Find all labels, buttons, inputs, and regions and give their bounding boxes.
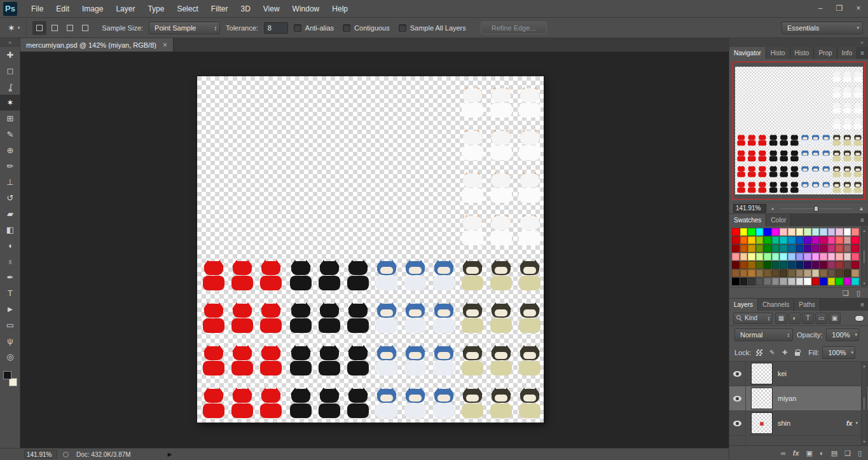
swatches-tab-swatches[interactable]: Swatches [729, 214, 766, 226]
color-swatch[interactable] [732, 245, 740, 252]
color-swatch[interactable] [851, 228, 859, 236]
color-swatch[interactable] [780, 228, 787, 236]
color-swatch[interactable] [780, 269, 787, 277]
layer-row-effects[interactable]: Effects [729, 436, 868, 445]
dodge-tool[interactable]: ♁ [0, 254, 20, 269]
color-swatch[interactable] [764, 261, 771, 269]
color-swatch[interactable] [748, 228, 755, 236]
gradient-tool[interactable]: ◧ [0, 222, 20, 238]
navigator-tab-info[interactable]: Info [837, 47, 858, 59]
color-swatch[interactable] [788, 261, 796, 269]
color-swatch[interactable] [748, 253, 755, 260]
sample-size-select[interactable]: Point Sample ▴▾ [149, 22, 220, 34]
slider-thumb[interactable] [814, 206, 818, 212]
foreground-color-swatch[interactable] [3, 371, 11, 379]
navigator-thumbnail[interactable] [735, 67, 863, 194]
color-swatch[interactable] [732, 236, 740, 244]
color-swatch[interactable] [844, 236, 851, 244]
pen-tool[interactable]: ✒ [0, 269, 20, 285]
path-selection-tool[interactable]: ► [0, 301, 20, 317]
zoom-out-icon[interactable]: ▲ [771, 206, 775, 210]
adjustment-layer-icon[interactable]: ◐ [820, 449, 824, 457]
color-swatch[interactable] [836, 245, 843, 252]
color-swatch[interactable] [812, 278, 820, 285]
color-swatch[interactable] [788, 253, 796, 260]
color-swatch[interactable] [764, 278, 771, 285]
color-swatch[interactable] [740, 236, 748, 244]
color-swatch[interactable] [812, 245, 820, 252]
color-swatch[interactable] [804, 245, 811, 252]
color-swatch[interactable] [851, 261, 859, 269]
link-layers-icon[interactable]: ∞ [781, 449, 786, 457]
scroll-up-icon[interactable]: ▴ [863, 363, 865, 368]
rectangular-marquee-tool[interactable]: ◻ [0, 63, 20, 79]
refine-edge-button[interactable]: Refine Edge... [481, 22, 547, 34]
color-swatch[interactable] [780, 245, 787, 252]
rectangle-tool[interactable]: ▭ [0, 317, 20, 333]
menu-select[interactable]: Select [170, 0, 204, 18]
color-swatch[interactable] [756, 261, 764, 269]
tolerance-input[interactable] [264, 22, 288, 34]
color-swatch[interactable] [828, 269, 836, 277]
close-button[interactable]: × [849, 0, 868, 18]
color-swatch[interactable] [788, 269, 796, 277]
navigator-tab-prop[interactable]: Prop [814, 47, 837, 59]
color-swatch[interactable] [796, 278, 804, 285]
swatches-panel-menu-icon[interactable]: ≡ [860, 214, 868, 226]
document-tab[interactable]: mercumiyan.psd @ 142% (miyan, RGB/8) × [20, 38, 174, 51]
hand-tool[interactable]: ψ [0, 333, 20, 349]
color-swatch[interactable] [804, 253, 811, 260]
workspace-select[interactable]: Essentials ▾ [782, 22, 863, 34]
navigator-tab-histo[interactable]: Histo [766, 47, 790, 59]
color-swatch[interactable] [836, 236, 843, 244]
scroll-down-icon[interactable]: ▾ [863, 281, 865, 285]
color-swatch[interactable] [780, 278, 787, 285]
color-swatch[interactable] [836, 278, 843, 285]
menu-type[interactable]: Type [141, 0, 170, 18]
color-swatch[interactable] [820, 278, 827, 285]
subtract-from-selection-button[interactable] [63, 21, 77, 35]
color-swatch[interactable] [812, 236, 820, 244]
menu-image[interactable]: Image [76, 0, 109, 18]
color-swatch[interactable] [844, 245, 851, 252]
lock-transparent-pixels-button[interactable] [754, 348, 764, 358]
navigator-zoom-input[interactable] [733, 204, 766, 213]
color-swatch[interactable] [796, 245, 804, 252]
color-swatch[interactable] [788, 228, 796, 236]
color-swatch[interactable] [804, 228, 811, 236]
layers-panel-menu-icon[interactable]: ≡ [860, 299, 868, 311]
layer-row-miyan[interactable]: miyan [729, 386, 868, 411]
layer-row-kei[interactable]: kei [729, 362, 868, 386]
move-tool[interactable]: ✚ [0, 47, 20, 63]
color-swatch[interactable] [851, 278, 859, 285]
color-swatch[interactable] [828, 228, 836, 236]
color-swatch[interactable] [764, 245, 771, 252]
layers-tab-channels[interactable]: Channels [758, 299, 794, 311]
color-swatch[interactable] [836, 253, 843, 260]
delete-swatch-icon[interactable]: ▯ [857, 289, 860, 297]
color-swatch[interactable] [748, 236, 755, 244]
color-swatch[interactable] [740, 278, 748, 285]
color-swatch[interactable] [796, 228, 804, 236]
color-swatch[interactable] [740, 261, 748, 269]
color-swatch[interactable] [780, 253, 787, 260]
color-swatch[interactable] [820, 253, 827, 260]
color-swatch[interactable] [764, 253, 771, 260]
color-swatch[interactable] [756, 269, 764, 277]
canvas[interactable] [197, 76, 544, 423]
color-swatch[interactable] [740, 245, 748, 252]
adjustment-layer-filter-icon[interactable]: ◐ [789, 313, 801, 324]
color-swatch[interactable] [836, 228, 843, 236]
status-zoom-input[interactable] [24, 450, 57, 459]
layer-thumbnail[interactable] [751, 388, 773, 409]
color-swatch[interactable] [796, 261, 804, 269]
type-tool[interactable]: T [0, 285, 20, 301]
color-swatch[interactable] [772, 261, 780, 269]
color-swatch[interactable] [756, 253, 764, 260]
color-swatch[interactable] [772, 228, 780, 236]
checkbox-anti-alias[interactable]: Anti-alias [294, 24, 334, 32]
type-layer-filter-icon[interactable]: T [802, 313, 814, 324]
clone-stamp-tool[interactable]: ⊥ [0, 174, 20, 190]
color-swatch[interactable] [740, 228, 748, 236]
scrollbar-thumb[interactable] [862, 249, 866, 264]
